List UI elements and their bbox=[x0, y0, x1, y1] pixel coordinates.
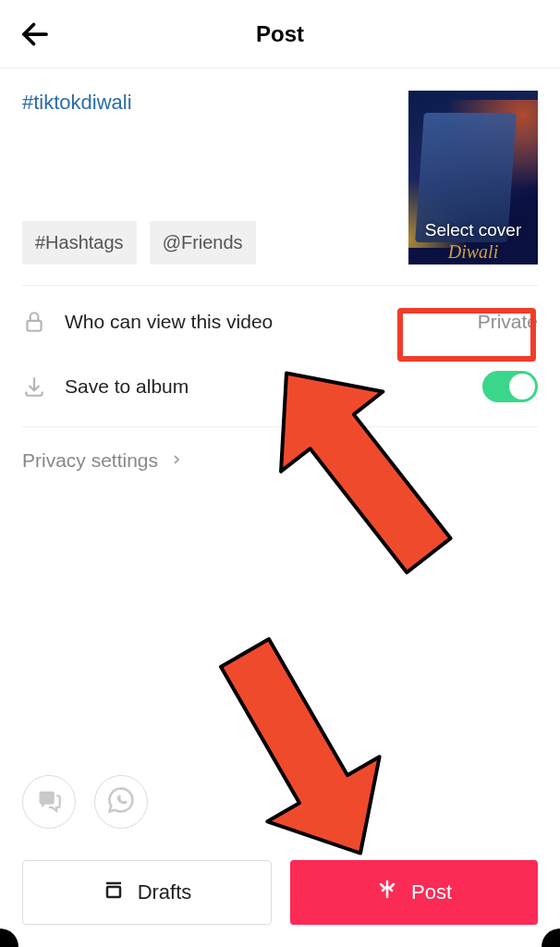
svg-rect-1 bbox=[27, 321, 41, 331]
friends-chip[interactable]: @Friends bbox=[150, 221, 256, 264]
download-icon bbox=[22, 375, 46, 399]
chip-row: #Hashtags @Friends bbox=[22, 221, 392, 264]
caption-text: #tiktokdiwali bbox=[22, 91, 392, 115]
drafts-icon bbox=[103, 879, 125, 906]
chat-icon bbox=[36, 787, 62, 817]
share-row bbox=[22, 775, 148, 829]
select-cover-label: Select cover bbox=[408, 220, 538, 240]
save-toggle[interactable] bbox=[482, 371, 538, 402]
drafts-button[interactable]: Drafts bbox=[22, 860, 272, 925]
lock-icon bbox=[22, 310, 46, 334]
post-label: Post bbox=[411, 880, 452, 904]
privacy-settings-label: Privacy settings bbox=[22, 449, 158, 472]
cover-subtext: Diwali bbox=[408, 241, 538, 263]
drafts-label: Drafts bbox=[138, 880, 192, 904]
post-button[interactable]: Post bbox=[290, 860, 538, 925]
compose-area: #tiktokdiwali #Hashtags @Friends Select … bbox=[0, 68, 560, 264]
privacy-value: Private bbox=[478, 311, 538, 333]
share-chat-button[interactable] bbox=[22, 775, 76, 829]
svg-line-5 bbox=[381, 884, 383, 887]
privacy-settings-row[interactable]: Privacy settings bbox=[0, 427, 560, 494]
header: Post bbox=[0, 0, 560, 68]
page-title: Post bbox=[256, 21, 304, 47]
who-can-view-row[interactable]: Who can view this video Private bbox=[0, 286, 560, 358]
post-icon bbox=[376, 879, 398, 906]
hashtags-chip[interactable]: #Hashtags bbox=[22, 221, 137, 264]
share-whatsapp-button[interactable] bbox=[94, 775, 148, 829]
annotation-arrow-bottom bbox=[194, 629, 407, 869]
svg-line-6 bbox=[391, 884, 394, 887]
chevron-right-icon bbox=[169, 449, 184, 472]
caption-area[interactable]: #tiktokdiwali #Hashtags @Friends bbox=[22, 91, 392, 264]
whatsapp-icon bbox=[107, 786, 135, 818]
back-button[interactable] bbox=[18, 18, 52, 51]
svg-rect-3 bbox=[107, 887, 120, 897]
bottom-bar: Drafts Post bbox=[22, 860, 538, 925]
who-can-view-label: Who can view this video bbox=[65, 311, 273, 333]
save-to-album-row: Save to album bbox=[0, 358, 560, 426]
save-to-album-label: Save to album bbox=[65, 375, 189, 398]
video-cover[interactable]: Select cover Diwali bbox=[408, 91, 538, 264]
